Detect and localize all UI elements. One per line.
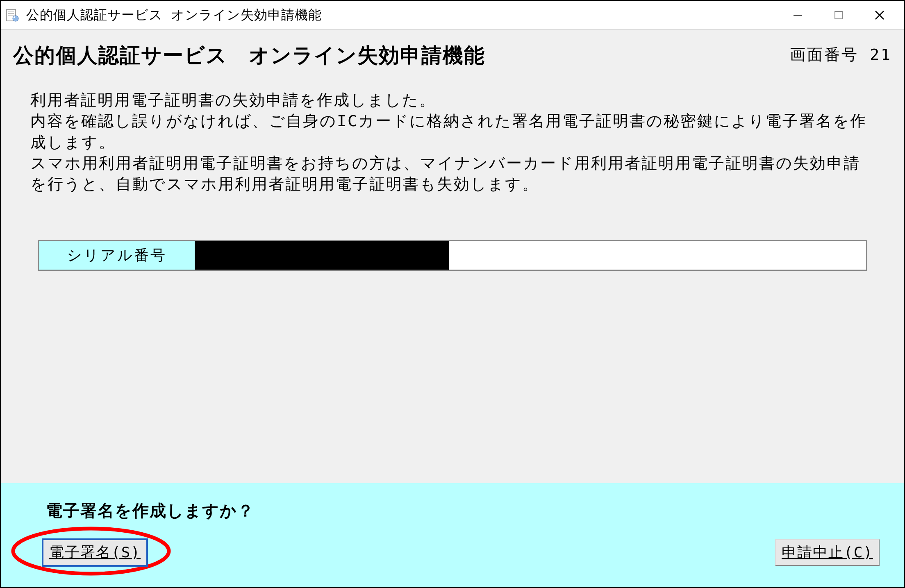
serial-row: シリアル番号 (38, 240, 867, 271)
svg-point-4 (13, 16, 18, 21)
footer-panel: 電子署名を作成しますか？ 電子署名(S) 申請中止(C) (1, 483, 904, 587)
serial-redacted-value (195, 241, 449, 270)
window-controls (777, 3, 900, 27)
application-window: 公的個人認証サービス オンライン失効申請機能 公的個人認証サービス オンライン失… (0, 0, 905, 588)
serial-label: シリアル番号 (39, 241, 195, 270)
screen-number: 画面番号 21 (790, 42, 892, 65)
footer-prompt: 電子署名を作成しますか？ (46, 499, 880, 522)
svg-point-5 (14, 16, 15, 18)
serial-value (195, 241, 866, 270)
titlebar: 公的個人認証サービス オンライン失効申請機能 (1, 1, 904, 30)
header-row: 公的個人認証サービス オンライン失効申請機能 画面番号 21 (13, 42, 892, 69)
sign-button-wrap: 電子署名(S) (42, 538, 148, 567)
window-title: 公的個人認証サービス オンライン失効申請機能 (26, 6, 777, 24)
footer-buttons: 電子署名(S) 申請中止(C) (25, 538, 880, 567)
app-icon (5, 8, 20, 23)
maximize-button[interactable] (818, 3, 859, 27)
digital-sign-button[interactable]: 電子署名(S) (42, 538, 148, 567)
content-area: 公的個人認証サービス オンライン失効申請機能 画面番号 21 利用者証明用電子証… (1, 30, 904, 483)
instruction-text: 利用者証明用電子証明書の失効申請を作成しました。 内容を確認し誤りがなければ、ご… (13, 90, 892, 195)
cancel-application-button[interactable]: 申請中止(C) (775, 539, 880, 566)
close-button[interactable] (859, 3, 900, 27)
page-title: 公的個人認証サービス オンライン失効申請機能 (13, 42, 485, 69)
svg-rect-7 (835, 11, 842, 19)
minimize-button[interactable] (777, 3, 818, 27)
